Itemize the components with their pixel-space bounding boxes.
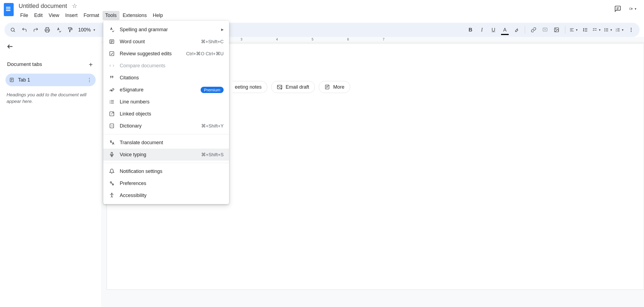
svg-line-5 bbox=[14, 31, 15, 32]
highlight-button[interactable] bbox=[512, 25, 521, 34]
tools-menu-linked-objects[interactable]: Linked objects bbox=[103, 108, 229, 120]
menu-item-label: Review suggested edits bbox=[120, 51, 181, 57]
underline-button[interactable]: U bbox=[489, 25, 498, 34]
italic-button[interactable]: I bbox=[477, 25, 487, 34]
tools-menu-dropdown: Spelling and grammar▶Word count⌘+Shift+C… bbox=[103, 21, 229, 204]
chip-meeting-notes[interactable]: eeting notes bbox=[233, 81, 267, 93]
numbered-list-button[interactable]: 123▼ bbox=[615, 25, 624, 34]
tools-menu-esignature[interactable]: eSignaturePremium bbox=[103, 84, 229, 96]
chevron-down-icon: ▼ bbox=[93, 28, 96, 31]
menu-insert[interactable]: Insert bbox=[63, 11, 80, 20]
print-icon[interactable] bbox=[43, 25, 52, 34]
svg-point-13 bbox=[555, 29, 556, 30]
svg-rect-2 bbox=[630, 8, 631, 10]
menu-help[interactable]: Help bbox=[150, 11, 166, 20]
svg-rect-55 bbox=[110, 52, 114, 56]
bold-button[interactable]: B bbox=[466, 25, 475, 34]
chevron-down-icon: ▼ bbox=[634, 7, 637, 10]
menu-extensions[interactable]: Extensions bbox=[120, 11, 150, 20]
spellcheck-icon bbox=[109, 27, 115, 32]
tools-menu-line-numbers[interactable]: 123Line numbers bbox=[103, 96, 229, 108]
toolbar: 100% ▼ B I U A ▼ ▼ ▼ 123▼ bbox=[4, 23, 640, 37]
menu-view[interactable]: View bbox=[46, 11, 62, 20]
zoom-select[interactable]: 100% ▼ bbox=[77, 27, 97, 33]
ruler-mark: 4 bbox=[276, 37, 278, 41]
comment-button[interactable] bbox=[540, 25, 550, 34]
tools-menu-citations[interactable]: Citations bbox=[103, 72, 229, 84]
menu-item-label: Spelling and grammar bbox=[120, 27, 216, 33]
search-icon[interactable] bbox=[8, 25, 17, 34]
comments-icon[interactable] bbox=[614, 5, 622, 13]
menu-shortcut: ⌘+Shift+C bbox=[201, 39, 224, 45]
compare-icon bbox=[109, 63, 115, 68]
menu-item-label: eSignature bbox=[120, 87, 196, 93]
menu-item-label: Word count bbox=[120, 39, 196, 45]
tab-label: Tab 1 bbox=[18, 77, 83, 83]
chip-email-draft[interactable]: Email draft bbox=[271, 81, 315, 93]
bell-icon bbox=[109, 169, 115, 174]
align-button[interactable]: ▼ bbox=[569, 25, 578, 34]
chip-more[interactable]: More bbox=[319, 81, 350, 93]
menu-item-label: Voice typing bbox=[120, 152, 196, 158]
redo-icon[interactable] bbox=[31, 25, 40, 34]
wordcount-icon bbox=[109, 39, 115, 44]
menu-format[interactable]: Format bbox=[81, 11, 102, 20]
bullet-list-button[interactable]: ▼ bbox=[604, 25, 613, 34]
menubar: FileEditViewInsertFormatToolsExtensionsH… bbox=[17, 10, 611, 20]
docs-logo[interactable] bbox=[3, 2, 14, 17]
add-tab-icon[interactable]: ＋ bbox=[87, 60, 94, 69]
image-button[interactable] bbox=[552, 25, 561, 34]
menu-item-label: Notification settings bbox=[120, 169, 224, 174]
svg-point-35 bbox=[631, 28, 631, 29]
tools-menu-preferences[interactable]: Preferences bbox=[103, 177, 229, 189]
a11y-icon bbox=[109, 193, 115, 198]
svg-point-37 bbox=[631, 31, 631, 32]
tools-menu-notification-settings[interactable]: Notification settings bbox=[103, 165, 229, 177]
svg-rect-6 bbox=[46, 30, 49, 32]
menu-shortcut: ⌘+Shift+S bbox=[201, 152, 224, 158]
meet-icon[interactable]: ▼ bbox=[629, 5, 637, 13]
submenu-arrow-icon: ▶ bbox=[221, 28, 224, 31]
text-color-button[interactable]: A bbox=[500, 25, 510, 34]
svg-rect-8 bbox=[68, 28, 71, 29]
paint-format-icon[interactable] bbox=[66, 25, 75, 34]
dictionary-icon: A bbox=[109, 123, 115, 129]
tools-menu-voice-typing[interactable]: Voice typing⌘+Shift+S bbox=[103, 149, 229, 161]
svg-text:3: 3 bbox=[110, 102, 110, 104]
undo-icon[interactable] bbox=[20, 25, 29, 34]
ruler-mark: 5 bbox=[312, 37, 314, 41]
tools-menu-word-count[interactable]: Word count⌘+Shift+C bbox=[103, 36, 229, 48]
checklist-button[interactable]: ▼ bbox=[592, 25, 601, 34]
menu-item-label: Citations bbox=[120, 75, 224, 81]
tab-chip[interactable]: Tab 1 ⋮ bbox=[5, 74, 96, 86]
tools-menu-dictionary[interactable]: ADictionary⌘+Shift+Y bbox=[103, 120, 229, 132]
menu-item-label: Translate document bbox=[120, 140, 224, 146]
menu-item-label: Linked objects bbox=[120, 111, 224, 117]
menu-separator bbox=[103, 134, 229, 134]
link-button[interactable] bbox=[529, 25, 538, 34]
tab-more-icon[interactable]: ⋮ bbox=[87, 77, 92, 83]
tools-menu-accessibility[interactable]: Accessibility bbox=[103, 189, 229, 201]
tools-menu-review-suggested-edits[interactable]: Review suggested editsCtrl+⌘O Ctrl+⌘U bbox=[103, 48, 229, 60]
svg-point-27 bbox=[605, 31, 605, 31]
document-title[interactable]: Untitled document bbox=[17, 2, 68, 10]
line-spacing-button[interactable] bbox=[581, 25, 590, 34]
voice-icon bbox=[109, 152, 115, 157]
more-tools-icon[interactable] bbox=[627, 25, 636, 34]
tools-menu-spelling-and-grammar[interactable]: Spelling and grammar▶ bbox=[103, 24, 229, 36]
menu-edit[interactable]: Edit bbox=[31, 11, 45, 20]
svg-point-66 bbox=[110, 182, 112, 183]
svg-point-25 bbox=[605, 30, 605, 30]
spellcheck-icon[interactable] bbox=[54, 25, 63, 34]
menu-tools[interactable]: Tools bbox=[103, 11, 119, 20]
svg-point-23 bbox=[605, 28, 605, 29]
back-arrow-icon[interactable] bbox=[5, 42, 96, 51]
star-icon[interactable]: ☆ bbox=[72, 2, 77, 10]
linenum-icon: 123 bbox=[109, 99, 115, 105]
tools-menu-translate-document[interactable]: Translate document bbox=[103, 137, 229, 149]
svg-text:A: A bbox=[111, 124, 113, 127]
menu-file[interactable]: File bbox=[17, 11, 31, 20]
linked-icon bbox=[109, 111, 115, 117]
menu-item-label: Line numbers bbox=[120, 99, 224, 105]
svg-rect-65 bbox=[111, 152, 113, 155]
